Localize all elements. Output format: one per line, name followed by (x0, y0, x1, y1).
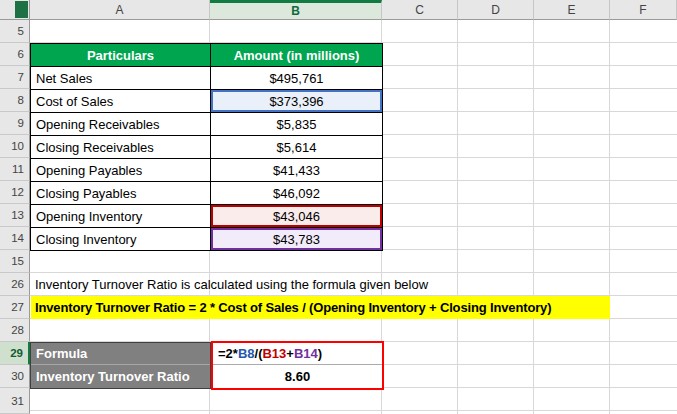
cell-a7[interactable]: Net Sales (31, 67, 211, 90)
table-header-particulars[interactable]: Particulars (31, 44, 211, 67)
row-header-27[interactable]: 27 (0, 296, 30, 319)
cell-a9[interactable]: Opening Receivables (31, 113, 211, 136)
corner-marker (15, 1, 28, 18)
select-all-corner[interactable] (0, 0, 30, 20)
cell-b30-result[interactable]: 8.60 (213, 365, 382, 387)
row-header-15[interactable]: 15 (0, 250, 30, 273)
row-header-column: 5 6 7 8 9 10 11 12 13 14 15 26 27 28 29 … (0, 20, 30, 414)
row-header-7[interactable]: 7 (0, 66, 30, 89)
cell-b14[interactable]: $43,783 (211, 228, 383, 251)
cell-a14[interactable]: Closing Inventory (31, 228, 211, 251)
formula-op1: /( (255, 346, 263, 361)
column-header-f[interactable]: F (610, 0, 677, 20)
cell-a30-ratio-label[interactable]: Inventory Turnover Ratio (31, 365, 210, 387)
cell-a12[interactable]: Closing Payables (31, 182, 211, 205)
cell-a11[interactable]: Opening Payables (31, 159, 211, 182)
cell-b9[interactable]: $5,835 (211, 113, 383, 136)
cell-a10[interactable]: Closing Receivables (31, 136, 211, 159)
cell-b29-formula[interactable]: =2*B8/(B13+B14) (213, 343, 382, 365)
cell-b11[interactable]: $41,433 (211, 159, 383, 182)
cell-a13[interactable]: Opening Inventory (31, 205, 211, 228)
row-header-14[interactable]: 14 (0, 227, 30, 250)
spreadsheet: A B C D E F 5 6 7 8 9 10 11 12 13 14 15 … (0, 0, 677, 414)
cell-a8[interactable]: Cost of Sales (31, 90, 211, 113)
row-header-8[interactable]: 8 (0, 89, 30, 112)
formula-ref-b8: B8 (238, 346, 255, 361)
column-header-row: A B C D E F (0, 0, 677, 20)
row-header-9[interactable]: 9 (0, 112, 30, 135)
row-header-12[interactable]: 12 (0, 181, 30, 204)
column-header-a[interactable]: A (30, 0, 210, 20)
row-header-5[interactable]: 5 (0, 20, 30, 43)
formula-ref-b14: B14 (294, 346, 318, 361)
cell-b12[interactable]: $46,092 (211, 182, 383, 205)
row-header-26[interactable]: 26 (0, 273, 30, 296)
row-header-29[interactable]: 29 (0, 342, 30, 365)
row-header-10[interactable]: 10 (0, 135, 30, 158)
row-header-13[interactable]: 13 (0, 204, 30, 227)
row-header-28[interactable]: 28 (0, 319, 30, 342)
cell-b7[interactable]: $495,761 (211, 67, 383, 90)
cell-a27-formula-note[interactable]: Inventory Turnover Ratio = 2 * Cost of S… (31, 296, 610, 319)
column-header-d[interactable]: D (458, 0, 534, 20)
row-header-11[interactable]: 11 (0, 158, 30, 181)
cell-b13[interactable]: $43,046 (211, 205, 383, 228)
cell-b10[interactable]: $5,614 (211, 136, 383, 159)
table-header-amount[interactable]: Amount (in millions) (211, 44, 383, 67)
calc-result-box: =2*B8/(B13+B14) 8.60 (211, 341, 384, 390)
row-header-31[interactable]: 31 (0, 388, 30, 414)
row-header-6[interactable]: 6 (0, 43, 30, 66)
column-header-b[interactable]: B (210, 0, 382, 20)
formula-ref-b13: B13 (262, 346, 286, 361)
column-header-c[interactable]: C (382, 0, 458, 20)
calc-labels: Formula Inventory Turnover Ratio (30, 342, 211, 389)
cell-a29-formula-label[interactable]: Formula (31, 343, 210, 365)
column-header-e[interactable]: E (534, 0, 610, 20)
formula-suffix: ) (318, 346, 322, 361)
cell-a26-note[interactable]: Inventory Turnover Ratio is calculated u… (31, 273, 631, 296)
financial-table: Particulars Amount (in millions) Net Sal… (30, 43, 383, 251)
formula-prefix: =2* (218, 346, 238, 361)
cell-b8[interactable]: $373,396 (211, 90, 383, 113)
row-header-30[interactable]: 30 (0, 365, 30, 388)
formula-op2: + (286, 346, 294, 361)
